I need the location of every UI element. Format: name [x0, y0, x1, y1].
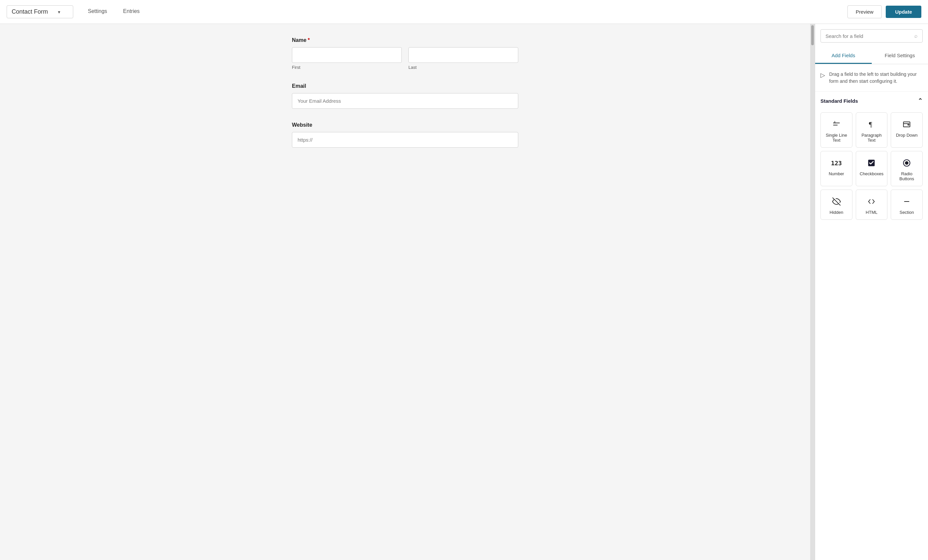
field-card-single-line-text[interactable]: A Single Line Text	[821, 113, 852, 148]
field-card-radio-buttons[interactable]: Radio Buttons	[891, 151, 923, 186]
field-card-label-drop-down: Drop Down	[896, 133, 918, 138]
field-card-label-html: HTML	[866, 210, 878, 215]
field-card-label-checkboxes: Checkboxes	[860, 171, 884, 176]
hidden-icon	[832, 196, 841, 207]
search-icon: ⌕	[914, 33, 918, 39]
preview-button[interactable]: Preview	[847, 5, 882, 18]
name-first-input[interactable]	[292, 47, 402, 63]
fields-section: Standard Fields ⌃ A Single Line Text	[815, 92, 928, 560]
form-inner: Name* First Last Email	[292, 37, 518, 148]
cursor-icon: ▷	[821, 72, 825, 79]
name-last-sublabel: Last	[408, 65, 518, 70]
field-card-label-single-line-text: Single Line Text	[824, 133, 849, 143]
name-last-col: Last	[408, 47, 518, 70]
name-last-input[interactable]	[408, 47, 518, 63]
form-title-label: Contact Form	[12, 8, 48, 15]
form-canvas: Name* First Last Email	[0, 24, 810, 560]
search-input[interactable]	[826, 33, 914, 39]
name-first-sublabel: First	[292, 65, 402, 70]
paragraph-text-icon: ¶	[867, 119, 876, 129]
section-collapse-icon[interactable]: ⌃	[918, 97, 923, 104]
form-title-dropdown[interactable]: Contact Form ▾	[7, 5, 73, 18]
field-card-paragraph-text[interactable]: ¶ Paragraph Text	[856, 113, 888, 148]
field-card-section[interactable]: Section	[891, 190, 923, 220]
drag-hint-text: Drag a field to the left to start buildi…	[829, 71, 923, 85]
field-card-hidden[interactable]: Hidden	[821, 190, 852, 220]
field-name-label: Name*	[292, 37, 518, 43]
search-input-wrap: ⌕	[821, 29, 923, 43]
panel-tabs: Add Fields Field Settings	[815, 48, 928, 64]
header-actions: Preview Update	[847, 5, 921, 18]
drop-down-icon	[902, 119, 911, 129]
radio-buttons-icon	[902, 158, 911, 168]
field-card-html[interactable]: HTML	[856, 190, 888, 220]
header-nav: Settings Entries	[80, 0, 148, 24]
field-card-label-paragraph-text: Paragraph Text	[859, 133, 884, 143]
search-bar: ⌕	[815, 24, 928, 43]
field-card-checkboxes[interactable]: Checkboxes	[856, 151, 888, 186]
drag-hint: ▷ Drag a field to the left to start buil…	[815, 64, 928, 92]
scrollbar-thumb	[811, 25, 814, 45]
update-button[interactable]: Update	[886, 6, 921, 18]
field-email-label: Email	[292, 83, 518, 89]
field-name: Name* First Last	[292, 37, 518, 70]
website-input[interactable]	[292, 132, 518, 148]
svg-text:A: A	[833, 120, 835, 124]
svg-point-8	[905, 161, 908, 164]
name-row: First Last	[292, 47, 518, 70]
field-email: Email	[292, 83, 518, 109]
chevron-down-icon: ▾	[58, 9, 60, 15]
section-icon	[902, 196, 911, 207]
header: Contact Form ▾ Settings Entries Preview …	[0, 0, 928, 24]
email-input[interactable]	[292, 93, 518, 109]
field-card-drop-down[interactable]: Drop Down	[891, 113, 923, 148]
scrollbar[interactable]	[810, 24, 815, 560]
field-card-number[interactable]: 123 Number	[821, 151, 852, 186]
nav-settings[interactable]: Settings	[80, 0, 115, 24]
fields-grid: A Single Line Text ¶ Paragraph Text	[821, 113, 923, 220]
field-website: Website	[292, 122, 518, 148]
single-line-text-icon: A	[832, 119, 841, 129]
field-card-label-section: Section	[899, 210, 914, 215]
field-card-label-radio-buttons: Radio Buttons	[894, 171, 919, 181]
svg-text:¶: ¶	[869, 120, 872, 128]
main-layout: Name* First Last Email	[0, 24, 928, 560]
number-icon: 123	[831, 158, 842, 168]
name-first-col: First	[292, 47, 402, 70]
required-indicator: *	[308, 37, 310, 43]
nav-entries[interactable]: Entries	[115, 0, 148, 24]
html-icon	[867, 196, 876, 207]
standard-fields-label: Standard Fields	[821, 98, 858, 104]
field-card-label-hidden: Hidden	[829, 210, 843, 215]
tab-field-settings[interactable]: Field Settings	[872, 48, 928, 64]
tab-add-fields[interactable]: Add Fields	[815, 48, 872, 64]
right-panel: ⌕ Add Fields Field Settings ▷ Drag a fie…	[815, 24, 928, 560]
field-website-label: Website	[292, 122, 518, 128]
checkboxes-icon	[867, 158, 876, 168]
section-header: Standard Fields ⌃	[821, 97, 923, 107]
field-card-label-number: Number	[829, 171, 844, 176]
